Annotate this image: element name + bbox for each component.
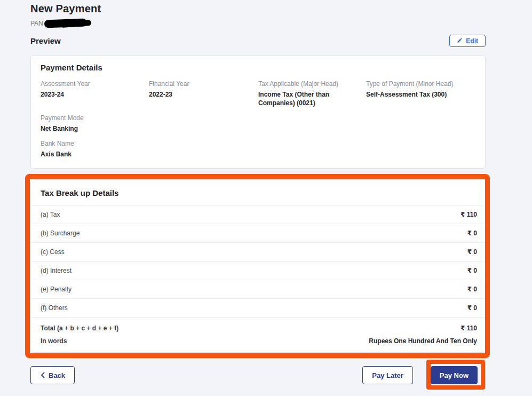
tax-row-amount: ₹ 0 bbox=[467, 229, 477, 237]
tax-breakup-heading: Tax Break up Details bbox=[41, 188, 475, 197]
tax-row-label: (e) Penalty bbox=[41, 286, 72, 293]
tax-row-amount: ₹ 0 bbox=[467, 248, 477, 256]
footer-right-group: Pay Later Pay Now bbox=[362, 366, 478, 384]
payment-details-heading: Payment Details bbox=[41, 63, 474, 72]
tax-row-amount: ₹ 0 bbox=[467, 286, 477, 293]
field-tax-applicable: Tax Applicable (Major Head) Income Tax (… bbox=[258, 80, 366, 107]
payment-details-card: Payment Details Assessment Year 2023-24 … bbox=[30, 56, 486, 169]
field-bank-name: Bank Name Axis Bank bbox=[41, 140, 149, 159]
pan-row: PAN bbox=[30, 19, 486, 28]
field-value: Axis Bank bbox=[41, 150, 141, 159]
field-label: Type of Payment (Minor Head) bbox=[366, 80, 467, 88]
tax-row-amount: ₹ 110 bbox=[460, 211, 477, 218]
tax-in-words-row: In words Rupees One Hundred And Ten Only bbox=[31, 332, 485, 352]
pay-now-button[interactable]: Pay Now bbox=[431, 366, 478, 384]
back-button-label: Back bbox=[49, 371, 65, 379]
tax-total-amount: ₹ 110 bbox=[460, 324, 477, 332]
field-value: Self-Assessment Tax (300) bbox=[366, 90, 467, 99]
pay-now-wrapper: Pay Now bbox=[431, 366, 478, 384]
field-value: Net Banking bbox=[41, 124, 141, 133]
tax-row-label: (f) Others bbox=[41, 304, 68, 312]
in-words-value: Rupees One Hundred And Ten Only bbox=[369, 337, 477, 345]
pay-later-button[interactable]: Pay Later bbox=[362, 366, 413, 384]
in-words-label: In words bbox=[41, 337, 67, 345]
field-value: 2022-23 bbox=[149, 90, 251, 99]
tax-row-penalty: (e) Penalty ₹ 0 bbox=[31, 280, 485, 299]
field-assessment-year: Assessment Year 2023-24 bbox=[41, 80, 149, 107]
pay-later-label: Pay Later bbox=[372, 371, 403, 379]
field-label: Tax Applicable (Major Head) bbox=[258, 80, 359, 88]
field-value: Income Tax (Other than Companies) (0021) bbox=[258, 90, 359, 107]
pan-redaction bbox=[44, 19, 92, 28]
tax-breakup-heading-block: Tax Break up Details bbox=[31, 180, 485, 205]
tax-breakup-section: Tax Break up Details (a) Tax ₹ 110 (b) S… bbox=[30, 179, 486, 353]
tax-total-row: Total (a + b + c + d + e + f) ₹ 110 bbox=[31, 318, 485, 332]
field-financial-year: Financial Year 2022-23 bbox=[149, 80, 258, 107]
payment-details-grid: Assessment Year 2023-24 Financial Year 2… bbox=[41, 80, 474, 159]
tax-row-others: (f) Others ₹ 0 bbox=[31, 299, 485, 318]
field-label: Financial Year bbox=[149, 80, 251, 88]
tax-row-amount: ₹ 0 bbox=[467, 304, 477, 312]
edit-button[interactable]: Edit bbox=[449, 35, 486, 47]
preview-header: Preview Edit bbox=[30, 35, 486, 47]
field-type-of-payment: Type of Payment (Minor Head) Self-Assess… bbox=[366, 80, 474, 107]
tax-row-label: (d) Interest bbox=[41, 267, 72, 274]
pan-label: PAN bbox=[30, 20, 43, 27]
field-label: Payment Mode bbox=[41, 114, 141, 122]
tax-row-tax: (a) Tax ₹ 110 bbox=[31, 205, 485, 224]
field-payment-mode: Payment Mode Net Banking bbox=[41, 114, 149, 133]
back-button[interactable]: Back bbox=[30, 366, 75, 384]
chevron-left-icon bbox=[40, 372, 45, 378]
pencil-icon bbox=[457, 37, 463, 45]
tax-row-label: (b) Surcharge bbox=[41, 229, 80, 237]
field-label: Bank Name bbox=[41, 140, 141, 148]
tax-total-label: Total (a + b + c + d + e + f) bbox=[41, 324, 118, 332]
tax-row-interest: (d) Interest ₹ 0 bbox=[31, 262, 485, 280]
tax-row-label: (c) Cess bbox=[41, 248, 65, 256]
preview-title: Preview bbox=[30, 36, 61, 45]
field-label: Assessment Year bbox=[41, 80, 141, 88]
footer-actions: Back Pay Later Pay Now bbox=[30, 366, 486, 384]
main-content: New Payment PAN Preview Edit Payment Det… bbox=[30, 0, 486, 384]
tax-row-amount: ₹ 0 bbox=[467, 267, 477, 274]
tax-row-cess: (c) Cess ₹ 0 bbox=[31, 243, 485, 262]
field-value: 2023-24 bbox=[41, 90, 141, 99]
tax-breakup-card: Tax Break up Details (a) Tax ₹ 110 (b) S… bbox=[30, 179, 486, 353]
page-title: New Payment bbox=[30, 3, 486, 15]
tax-row-surcharge: (b) Surcharge ₹ 0 bbox=[31, 224, 485, 243]
pay-now-label: Pay Now bbox=[440, 371, 469, 379]
tax-row-label: (a) Tax bbox=[41, 211, 60, 218]
edit-button-label: Edit bbox=[466, 37, 478, 45]
